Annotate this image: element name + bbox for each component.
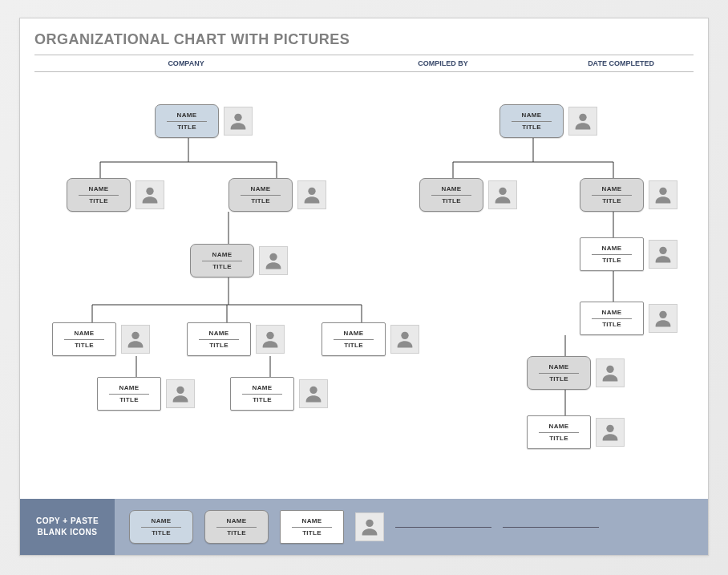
- name-label: NAME: [442, 185, 462, 193]
- template-card-grey[interactable]: NAME TITLE: [204, 510, 269, 544]
- node-right-root[interactable]: NAME TITLE: [499, 104, 597, 138]
- title-label: TITLE: [177, 124, 196, 131]
- card: NAME TITLE: [527, 415, 591, 449]
- svg-point-36: [366, 520, 373, 527]
- name-label: NAME: [253, 384, 273, 392]
- card: NAME TITLE: [97, 377, 161, 411]
- company-field-label: COMPANY: [34, 59, 338, 67]
- node-left-l4-b[interactable]: NAME TITLE: [187, 322, 285, 356]
- name-label: NAME: [602, 245, 622, 253]
- template-card-white[interactable]: NAME TITLE: [280, 510, 344, 544]
- divider: [79, 195, 119, 196]
- title-label: TITLE: [253, 396, 272, 403]
- svg-point-30: [499, 188, 506, 195]
- avatar-placeholder: [256, 325, 285, 354]
- card: NAME TITLE: [527, 356, 591, 390]
- divider: [141, 527, 181, 528]
- name-label: NAME: [227, 517, 247, 525]
- card: NAME TITLE: [230, 377, 294, 411]
- svg-point-29: [579, 114, 586, 121]
- title-label: TITLE: [344, 342, 363, 349]
- name-label: NAME: [212, 251, 233, 259]
- node-right-l3[interactable]: NAME TITLE: [580, 237, 677, 271]
- divider: [539, 373, 579, 374]
- avatar-placeholder: [649, 240, 677, 269]
- title-label: TITLE: [522, 124, 541, 131]
- title-label: TITLE: [227, 529, 246, 537]
- template-line-1[interactable]: [395, 527, 491, 528]
- card: NAME TITLE: [52, 322, 116, 356]
- divider: [109, 394, 149, 395]
- svg-point-33: [659, 311, 666, 318]
- name-label: NAME: [251, 185, 271, 193]
- divider: [199, 339, 239, 340]
- node-left-l5-b[interactable]: NAME TITLE: [230, 377, 328, 411]
- node-left-l2-a[interactable]: NAME TITLE: [67, 178, 164, 212]
- svg-point-24: [131, 332, 139, 339]
- svg-point-22: [308, 188, 315, 195]
- template-line-2[interactable]: [503, 527, 599, 528]
- svg-point-23: [269, 253, 277, 261]
- divider: [512, 121, 552, 122]
- svg-point-26: [401, 332, 408, 339]
- title-label: TITLE: [602, 197, 621, 204]
- org-chart-sheet: ORGANIZATIONAL CHART WITH PICTURES COMPA…: [19, 18, 709, 556]
- name-label: NAME: [602, 309, 622, 317]
- divider: [202, 261, 242, 261]
- node-right-l6[interactable]: NAME TITLE: [527, 415, 625, 449]
- org-chart-canvas: NAME TITLE NAME TITLE NAME TITLE: [20, 72, 708, 465]
- avatar-placeholder: [259, 246, 288, 275]
- node-left-l2-b[interactable]: NAME TITLE: [229, 178, 326, 212]
- name-label: NAME: [177, 111, 197, 119]
- node-right-l2-b[interactable]: NAME TITLE: [580, 178, 677, 212]
- avatar-placeholder: [596, 358, 625, 387]
- page-title: ORGANIZATIONAL CHART WITH PICTURES: [20, 18, 708, 55]
- card: NAME TITLE: [499, 104, 564, 138]
- title-label: TITLE: [89, 197, 108, 204]
- node-left-l3[interactable]: NAME TITLE: [190, 244, 288, 277]
- node-left-l4-a[interactable]: NAME TITLE: [52, 322, 150, 356]
- title-label: TITLE: [549, 435, 568, 442]
- title-label: TITLE: [212, 263, 232, 270]
- card: NAME TITLE: [419, 178, 483, 212]
- divider: [592, 254, 632, 255]
- svg-point-35: [606, 425, 613, 432]
- name-label: NAME: [549, 423, 569, 431]
- node-right-l4[interactable]: NAME TITLE: [580, 302, 677, 335]
- footer-strip: COPY + PASTE BLANK ICONS NAME TITLE NAME…: [20, 499, 708, 555]
- svg-point-31: [659, 188, 666, 195]
- name-label: NAME: [152, 517, 172, 525]
- node-left-root[interactable]: NAME TITLE: [155, 104, 253, 138]
- node-right-l5[interactable]: NAME TITLE: [527, 356, 625, 390]
- card: NAME TITLE: [187, 322, 251, 356]
- template-card-blue[interactable]: NAME TITLE: [129, 510, 193, 544]
- template-avatar[interactable]: [355, 512, 384, 541]
- title-label: TITLE: [152, 529, 171, 537]
- title-label: TITLE: [251, 197, 270, 204]
- avatar-placeholder: [135, 180, 164, 209]
- divider: [216, 527, 257, 528]
- divider: [592, 318, 632, 319]
- node-right-l2-a[interactable]: NAME TITLE: [419, 178, 517, 212]
- card: NAME TITLE: [229, 178, 293, 212]
- svg-point-32: [659, 247, 666, 254]
- node-left-l4-c[interactable]: NAME TITLE: [322, 322, 419, 356]
- name-label: NAME: [75, 330, 95, 338]
- avatar-placeholder: [166, 379, 195, 408]
- card: NAME TITLE: [580, 302, 644, 335]
- divider: [592, 195, 632, 196]
- name-label: NAME: [89, 185, 109, 193]
- compiled-by-field-label: COMPILED BY: [338, 59, 548, 67]
- name-label: NAME: [119, 384, 140, 392]
- footer-label: COPY + PASTE BLANK ICONS: [20, 499, 115, 555]
- footer-label-line1: COPY + PASTE: [36, 516, 99, 525]
- avatar-placeholder: [297, 180, 326, 209]
- name-label: NAME: [522, 111, 542, 119]
- name-label: NAME: [549, 363, 569, 371]
- card: NAME TITLE: [580, 237, 644, 271]
- card: NAME TITLE: [580, 178, 644, 212]
- card: NAME TITLE: [322, 322, 386, 356]
- svg-point-25: [266, 332, 273, 339]
- avatar-placeholder: [568, 107, 597, 136]
- node-left-l5-a[interactable]: NAME TITLE: [97, 377, 195, 411]
